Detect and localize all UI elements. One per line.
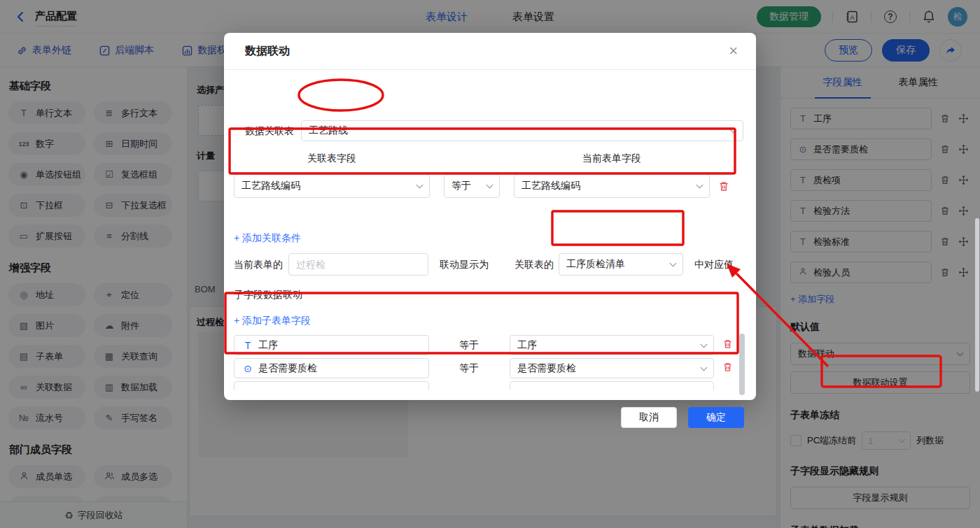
chevron-down-icon (670, 260, 677, 267)
chevron-down-icon (486, 182, 493, 189)
radio-icon: ⊙ (243, 363, 253, 374)
add-subfield-link[interactable]: + 添加子表单字段 (234, 315, 311, 327)
subfield-left-field-partial[interactable] (234, 381, 429, 390)
linkage-display-label: 联动显示为 (440, 259, 489, 271)
value-suffix-label: 中对应值 (694, 259, 734, 271)
chevron-down-icon (701, 341, 708, 348)
subfield-left-field[interactable]: T 工序 (234, 335, 429, 355)
subfield-right-select[interactable]: 工序 (510, 335, 714, 355)
chevron-down-icon (696, 182, 704, 189)
form-designer-app: 产品配置 表单设计 表单设置 数据管理 A ? 检 表单外链 (0, 0, 980, 528)
chevron-down-icon (730, 127, 737, 134)
close-icon[interactable]: × (729, 43, 738, 59)
relation-table-label: 数据关联表 (245, 125, 294, 138)
subfield-operator: 等于 (459, 339, 479, 352)
cancel-button[interactable]: 取消 (621, 407, 677, 428)
current-form-prefix: 当前表单的 (234, 259, 283, 271)
chevron-down-icon (416, 182, 424, 189)
subfield-operator: 等于 (459, 362, 479, 375)
current-form-field-select[interactable]: 工艺路线编码 (514, 174, 710, 198)
subfield-left-field[interactable]: ⊙ 是否需要质检 (234, 358, 429, 378)
subfield-right-select-partial[interactable] (510, 381, 714, 390)
relation-table-select[interactable]: 工艺路线 (301, 120, 743, 141)
relation-field-select[interactable]: 工艺路线编码 (234, 174, 430, 198)
modal-title: 数据联动 (245, 44, 290, 59)
column-header-left: 关联表字段 (234, 152, 430, 165)
delete-subfield-icon[interactable] (722, 338, 733, 350)
operator-select[interactable]: 等于 (444, 174, 500, 198)
data-linkage-modal: 数据联动 × 数据关联表 工艺路线 关联表字段 当前表单字段 工艺路线编码 等于 (224, 33, 756, 400)
window-scrollbar[interactable] (975, 218, 979, 392)
delete-subfield-icon[interactable] (722, 362, 733, 373)
text-icon: T (243, 340, 253, 351)
display-field-input[interactable] (288, 253, 428, 276)
add-condition-link[interactable]: + 添加关联条件 (234, 232, 301, 245)
column-header-right: 当前表单字段 (514, 152, 710, 165)
relation-table-prefix: 关联表的 (514, 259, 554, 271)
chevron-down-icon (701, 364, 708, 371)
subfield-right-select[interactable]: 是否需要质检 (510, 358, 714, 378)
linkage-source-select[interactable]: 工序质检清单 (559, 253, 683, 276)
modal-scrollbar[interactable] (739, 334, 745, 395)
delete-condition-icon[interactable] (718, 180, 729, 192)
subfield-section-label: 子字段数据联动 (234, 289, 302, 301)
confirm-button[interactable]: 确定 (688, 407, 744, 428)
